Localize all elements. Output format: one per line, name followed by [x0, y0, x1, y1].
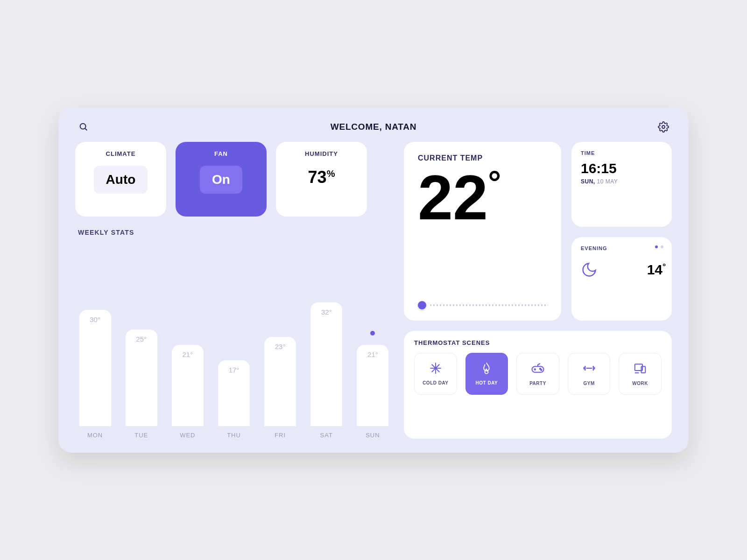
bar-day-label: WED — [180, 432, 195, 439]
bar-mon[interactable]: 30° MON — [77, 286, 113, 439]
svg-rect-18 — [641, 366, 646, 373]
bar-value: 32° — [321, 308, 332, 426]
bar: 21° — [172, 345, 204, 426]
scene-label: HOT DAY — [476, 380, 498, 385]
settings-icon[interactable] — [657, 120, 670, 133]
scene-cold-day[interactable]: COLD DAY — [414, 353, 457, 395]
time-label: TIME — [581, 150, 662, 156]
top-bar: WELCOME, NATAN — [75, 120, 672, 142]
humidity-card[interactable]: HUMIDITY 73% — [276, 142, 367, 217]
snowflake-icon — [429, 362, 442, 377]
bar: 21° — [357, 345, 388, 426]
bar-day-label: FRI — [275, 432, 286, 439]
bar-value: 21° — [183, 350, 193, 426]
bar-day-label: SUN — [366, 432, 380, 439]
bar-value: 17° — [229, 366, 240, 426]
bar: 23° — [264, 337, 296, 426]
dumbbell-icon — [582, 361, 596, 377]
bar-value: 21° — [367, 350, 378, 426]
gamepad-icon — [531, 361, 545, 377]
svg-point-2 — [662, 126, 665, 128]
weather-pager[interactable] — [655, 245, 663, 248]
humidity-label: HUMIDITY — [305, 150, 338, 157]
bar-day-label: SAT — [320, 432, 333, 439]
scene-label: WORK — [632, 381, 648, 386]
scene-hot-day[interactable]: HOT DAY — [465, 353, 508, 395]
bar-value: 23° — [275, 343, 286, 426]
fan-value: On — [200, 166, 242, 194]
svg-point-10 — [540, 368, 541, 370]
date-value: SUN, 10 MAY — [581, 178, 662, 185]
climate-value: Auto — [94, 166, 148, 194]
svg-point-0 — [80, 124, 86, 129]
bar: 32° — [310, 302, 342, 426]
scenes-heading: THERMOSTAT SCENES — [414, 339, 662, 346]
scene-label: GYM — [583, 381, 594, 386]
bar-sun[interactable]: 21° SUN — [355, 286, 391, 439]
time-card: TIME 16:15 SUN, 10 MAY — [571, 142, 672, 227]
current-temp-value: 22° — [418, 166, 548, 229]
slider-track[interactable] — [430, 304, 548, 306]
weekly-stats-chart: 30° MON 25° TUE 21° WED 17° THU — [75, 242, 393, 439]
thermostat-scenes-card: THERMOSTAT SCENES COLD DAYHOT DAYPARTYGY… — [404, 331, 672, 439]
page-title: WELCOME, NATAN — [331, 122, 417, 132]
fire-icon — [480, 362, 493, 377]
bar-day-label: TUE — [134, 432, 148, 439]
scene-label: PARTY — [529, 381, 546, 386]
scene-gym[interactable]: GYM — [568, 353, 611, 395]
temp-slider[interactable] — [418, 301, 548, 309]
highlight-dot-icon — [370, 331, 375, 336]
bar: 25° — [126, 329, 157, 426]
current-temp-heading: CURRENT TEMP — [418, 154, 548, 162]
devices-icon — [633, 361, 647, 377]
bar-fri[interactable]: 23° FRI — [262, 286, 298, 439]
bar-sat[interactable]: 32° SAT — [309, 286, 345, 439]
humidity-value: 73% — [308, 168, 335, 187]
weekly-stats-heading: WEEKLY STATS — [78, 229, 393, 236]
bar-tue[interactable]: 25° TUE — [123, 286, 159, 439]
bar: 17° — [218, 360, 250, 426]
moon-icon — [581, 261, 598, 278]
bar-value: 25° — [136, 335, 147, 426]
scene-work[interactable]: WORK — [619, 353, 662, 395]
search-icon[interactable] — [77, 120, 90, 133]
fan-label: FAN — [214, 150, 228, 157]
climate-card[interactable]: CLIMATE Auto — [75, 142, 166, 217]
bar-day-label: MON — [87, 432, 103, 439]
dashboard-panel: WELCOME, NATAN CLIMATE Auto FAN On HUMID… — [58, 107, 689, 453]
bar: 30° — [79, 310, 111, 426]
weather-card[interactable]: EVENING 14° — [571, 237, 672, 320]
weather-temp-value: 14° — [647, 262, 662, 278]
fan-card[interactable]: FAN On — [176, 142, 267, 217]
svg-point-11 — [541, 370, 542, 371]
current-temp-card: CURRENT TEMP 22° — [404, 142, 561, 321]
bar-wed[interactable]: 21° WED — [169, 286, 205, 439]
svg-line-1 — [85, 128, 87, 130]
climate-label: CLIMATE — [106, 150, 136, 157]
time-value: 16:15 — [581, 161, 662, 176]
slider-thumb-icon[interactable] — [418, 301, 426, 309]
bar-thu[interactable]: 17° THU — [216, 286, 252, 439]
bar-day-label: THU — [227, 432, 241, 439]
weather-label: EVENING — [581, 245, 662, 251]
bar-value: 30° — [90, 315, 100, 426]
scene-party[interactable]: PARTY — [516, 353, 559, 395]
scene-label: COLD DAY — [423, 380, 448, 385]
